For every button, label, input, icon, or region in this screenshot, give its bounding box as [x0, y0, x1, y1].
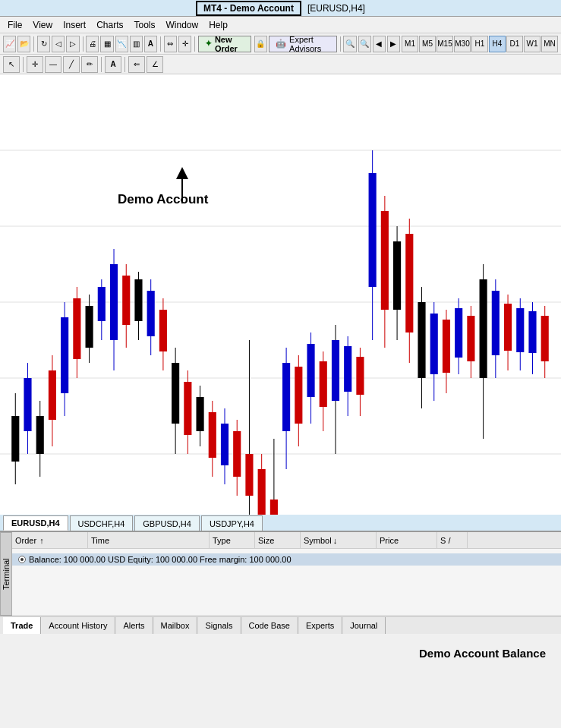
sep6	[23, 57, 24, 72]
chart-tab-gbpusd[interactable]: GBPUSD,H4	[134, 515, 200, 531]
new-order-icon: ✦	[205, 39, 212, 49]
chart-tab-usdchf[interactable]: USDCHF,H4	[70, 515, 134, 531]
title-bar-symbol: [EURUSD,H4]	[307, 3, 365, 14]
menu-view[interactable]: View	[28, 18, 57, 32]
menu-file[interactable]: File	[3, 18, 27, 32]
menu-tools[interactable]: Tools	[130, 18, 160, 32]
svg-rect-85	[480, 279, 487, 378]
svg-rect-95	[541, 316, 549, 361]
toolbar2: ↖ ✛ — ╱ ✏ A ⇐ ∠	[0, 55, 561, 74]
tab-experts[interactable]: Experts	[298, 617, 342, 634]
svg-rect-23	[98, 287, 106, 321]
crosshair2-btn[interactable]: ✛	[27, 56, 43, 73]
svg-rect-63	[344, 346, 351, 392]
sep7	[101, 57, 102, 72]
zoom-in-out[interactable]: ⇔	[164, 36, 177, 52]
tab-alerts[interactable]: Alerts	[115, 617, 153, 634]
tf-m15[interactable]: M15	[437, 36, 453, 52]
expert-advisors-button[interactable]: 🤖 Expert Advisors	[269, 36, 337, 52]
forward-btn[interactable]: ▷	[66, 36, 79, 52]
menu-insert[interactable]: Insert	[58, 18, 90, 32]
chart-area[interactable]: Demo Account	[0, 74, 561, 515]
open-btn[interactable]: 📂	[17, 36, 30, 52]
svg-rect-69	[381, 211, 389, 310]
sep2	[83, 36, 84, 52]
terminal-column-headers: Order ↑ Time Type Size Symbol ↓ Price S …	[12, 532, 561, 549]
svg-rect-59	[320, 361, 327, 407]
expert-icon: 🤖	[276, 39, 286, 49]
svg-rect-25	[110, 264, 118, 340]
bar-chart-btn[interactable]: ▥	[130, 36, 143, 52]
trendline-btn[interactable]: ╱	[63, 56, 80, 73]
svg-rect-11	[24, 378, 31, 431]
svg-rect-67	[369, 173, 377, 287]
scroll-right-btn[interactable]: ▶	[387, 36, 400, 52]
empty-terminal-space	[12, 570, 561, 616]
col-size: Size	[255, 532, 301, 548]
svg-rect-89	[504, 304, 512, 351]
tab-journal[interactable]: Journal	[342, 617, 386, 634]
tab-signals[interactable]: Signals	[197, 617, 241, 634]
menu-bar: File View Insert Charts Tools Window Hel…	[0, 17, 561, 33]
new-chart-btn[interactable]: 📈	[3, 36, 16, 52]
line-btn[interactable]: —	[45, 56, 61, 73]
svg-rect-19	[73, 298, 80, 359]
tf-mn[interactable]: MN	[541, 36, 558, 52]
tab-code-base[interactable]: Code Base	[241, 617, 298, 634]
crosshair-btn[interactable]: ✛	[178, 36, 191, 52]
back-btn[interactable]: ◁	[52, 36, 65, 52]
chart-type-btn[interactable]: ▦	[100, 36, 113, 52]
chart-tab-usdjpy[interactable]: USDJPY,H4	[201, 515, 263, 531]
col-time: Time	[88, 532, 210, 548]
svg-rect-83	[467, 316, 474, 361]
lock-btn[interactable]: 🔒	[254, 36, 267, 52]
zoom-in-btn[interactable]: 🔍	[343, 36, 356, 52]
tab-trade[interactable]: Trade	[3, 617, 41, 634]
demo-balance-annotation: Demo Account Balance	[419, 647, 546, 660]
svg-rect-53	[282, 363, 290, 431]
line-chart-btn[interactable]: 📉	[115, 36, 128, 52]
tf-m30[interactable]: M30	[454, 36, 471, 52]
print-btn[interactable]: 🖨	[86, 36, 99, 52]
demo-account-annotation: Demo Account	[118, 192, 208, 207]
tab-account-history[interactable]: Account History	[41, 617, 115, 634]
menu-help[interactable]: Help	[204, 18, 232, 32]
tf-m5[interactable]: M5	[419, 36, 436, 52]
svg-rect-13	[36, 416, 44, 454]
draw-btn[interactable]: ✏	[81, 56, 98, 73]
tf-w1[interactable]: W1	[524, 36, 541, 52]
candlestick-chart	[0, 74, 561, 515]
col-symbol: Symbol ↓	[301, 532, 377, 548]
text-btn[interactable]: A	[105, 56, 121, 73]
svg-rect-55	[295, 367, 302, 424]
zoom-out-btn[interactable]: 🔍	[358, 36, 371, 52]
candle-btn[interactable]: A	[144, 36, 157, 52]
new-order-label: New Order	[215, 35, 244, 53]
svg-rect-49	[258, 469, 266, 515]
balance-text: Balance: 100 000.00 USD Equity: 100 000.…	[29, 555, 292, 564]
svg-rect-15	[49, 370, 56, 420]
svg-rect-47	[245, 454, 253, 496]
chart-tabs: EURUSD,H4 USDCHF,H4 GBPUSD,H4 USDJPY,H4	[0, 515, 561, 531]
angle-btn[interactable]: ∠	[147, 56, 163, 73]
tf-h4[interactable]: H4	[489, 36, 506, 52]
svg-rect-2	[0, 74, 561, 515]
menu-window[interactable]: Window	[162, 18, 203, 32]
svg-rect-87	[492, 291, 500, 355]
tf-d1[interactable]: D1	[506, 36, 523, 52]
fib-btn[interactable]: ⇐	[128, 56, 145, 73]
tf-h1[interactable]: H1	[471, 36, 488, 52]
svg-rect-75	[418, 302, 425, 378]
tf-m1[interactable]: M1	[402, 36, 418, 52]
refresh-btn[interactable]: ↻	[37, 36, 50, 52]
svg-rect-45	[233, 431, 241, 477]
sep3	[160, 36, 161, 52]
terminal-side-label[interactable]: Terminal	[0, 532, 12, 616]
scroll-left-btn[interactable]: ◀	[373, 36, 386, 52]
new-order-button[interactable]: ✦ New Order	[198, 36, 251, 52]
cursor-btn[interactable]: ↖	[3, 56, 20, 73]
svg-rect-73	[405, 234, 413, 332]
tab-mailbox[interactable]: Mailbox	[153, 617, 198, 634]
menu-charts[interactable]: Charts	[92, 18, 128, 32]
chart-tab-eurusd[interactable]: EURUSD,H4	[3, 515, 68, 531]
